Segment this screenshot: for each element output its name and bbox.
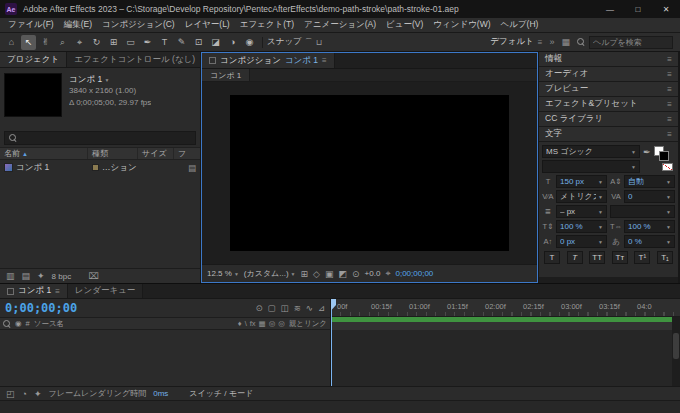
panel-preview[interactable]: プレビュー≡ xyxy=(539,82,678,97)
grid-options-icon[interactable]: ⊞ xyxy=(301,269,309,279)
faux-bold-button[interactable]: T xyxy=(544,251,560,264)
snap-options-icon[interactable]: ⊔ xyxy=(316,38,322,47)
baseline-shift-control[interactable]: A↑ 0 px▼ xyxy=(542,235,607,248)
current-time-indicator[interactable] xyxy=(331,299,332,386)
workspace-menu-icon[interactable]: ≡ xyxy=(538,38,543,47)
panel-effects-presets[interactable]: エフェクト&プリセット≡ xyxy=(539,97,678,112)
resolution-select[interactable]: (カスタム...) ▼ xyxy=(244,268,296,279)
project-search[interactable] xyxy=(4,131,196,145)
panel-menu-icon[interactable]: ≡ xyxy=(322,56,327,65)
search-icon[interactable] xyxy=(3,320,11,328)
menu-edit[interactable]: 編集(E) xyxy=(59,19,97,31)
panel-character[interactable]: 文字≡ xyxy=(539,127,678,142)
maximize-button[interactable]: □ xyxy=(624,0,652,18)
track-area[interactable] xyxy=(331,330,672,386)
vertical-scale-control[interactable]: T⇕ 100 %▼ xyxy=(542,220,607,233)
graph-editor-icon[interactable]: ⊿ xyxy=(318,303,325,313)
column-parent-link[interactable]: 親とリンク xyxy=(289,319,327,329)
tab-project[interactable]: プロジェクト xyxy=(0,52,67,67)
layer-list-empty[interactable] xyxy=(0,330,330,387)
viewer-timecode[interactable]: 0;00;00;00 xyxy=(395,269,433,278)
no-color-swatch[interactable] xyxy=(662,163,673,171)
panel-menu-icon[interactable]: ≡ xyxy=(667,85,672,94)
font-style-select[interactable]: ▼ xyxy=(542,160,640,173)
tsume-control[interactable]: あ 0 %▼ xyxy=(610,235,675,248)
menu-help[interactable]: ヘルプ(H) xyxy=(496,19,544,31)
kerning-control[interactable]: V⁄A メトリクス▼ xyxy=(542,190,607,203)
column-size[interactable]: サイズ xyxy=(138,148,174,159)
tracking-value[interactable]: 0 xyxy=(628,192,664,201)
comp-marker-icon[interactable]: ◰ xyxy=(6,389,15,399)
project-item-row[interactable]: コンポ 1 …ション ▤ xyxy=(0,160,200,175)
snapshot-icon[interactable]: ⌖ xyxy=(385,268,390,279)
superscript-button[interactable]: T¹ xyxy=(634,251,650,264)
tsume-value[interactable]: 0 % xyxy=(628,237,664,246)
menu-layer[interactable]: レイヤー(L) xyxy=(180,19,235,31)
faux-italic-button[interactable]: T xyxy=(567,251,583,264)
kerning-value[interactable]: メトリクス xyxy=(560,191,596,202)
small-caps-button[interactable]: Tт xyxy=(612,251,628,264)
subscript-button[interactable]: T₁ xyxy=(657,251,673,264)
workspace-selector[interactable]: デフォルト ≡ xyxy=(490,36,542,48)
panel-info[interactable]: 情報≡ xyxy=(539,52,678,67)
transparency-grid-icon[interactable]: ◩ xyxy=(339,269,348,279)
tab-effect-controls[interactable]: エフェクトコントロール (なし) xyxy=(67,52,200,67)
timeline-scrollbar[interactable] xyxy=(672,317,680,386)
zoom-tool-icon[interactable]: ⌕ xyxy=(55,35,70,50)
snap-toggle[interactable]: スナップ ⌒ ⊔ xyxy=(267,36,322,48)
current-timecode[interactable]: 0;00;00;00 xyxy=(5,301,77,315)
tab-composition[interactable]: コンポジション コンポ 1 ≡ xyxy=(202,53,335,68)
menu-view[interactable]: ビュー(V) xyxy=(381,19,428,31)
work-area-band[interactable] xyxy=(331,317,680,330)
frame-blend-icon[interactable]: ≋ xyxy=(294,303,301,313)
hand-tool-icon[interactable]: ✌ xyxy=(38,35,53,50)
switches-modes-toggle[interactable]: スイッチ / モード xyxy=(189,388,253,399)
horizontal-scale-value[interactable]: 100 % xyxy=(628,222,664,231)
viewer-tab-comp1[interactable]: コンポ 1 xyxy=(202,69,250,81)
new-folder-icon[interactable]: ▤ xyxy=(22,271,31,281)
close-button[interactable]: ✕ xyxy=(652,0,680,18)
panel-menu-icon[interactable]: ≡ xyxy=(667,55,672,64)
font-size-value[interactable]: 150 px xyxy=(560,177,596,186)
stroke-width-value[interactable]: – px xyxy=(560,207,596,216)
exposure-value[interactable]: +0.0 xyxy=(365,269,381,278)
chevron-down-icon[interactable]: ▼ xyxy=(105,77,110,83)
panel-menu-icon[interactable]: ≡ xyxy=(667,70,672,79)
composition-viewport[interactable] xyxy=(202,82,537,264)
font-family-select[interactable]: MS ゴシック ▼ xyxy=(542,145,640,158)
panel-menu-icon[interactable]: ≡ xyxy=(667,130,672,139)
composition-canvas[interactable] xyxy=(230,95,509,251)
workspace-overflow-icon[interactable]: » xyxy=(549,37,554,47)
minimize-button[interactable]: — xyxy=(596,0,624,18)
grid-icon[interactable]: ▦ xyxy=(561,37,570,47)
new-composition-icon[interactable]: ✦ xyxy=(37,271,45,281)
leading-value[interactable]: 自動 xyxy=(628,176,664,187)
tab-render-queue[interactable]: レンダーキュー xyxy=(68,284,144,298)
draft-icon[interactable]: ✦ xyxy=(34,389,42,399)
font-size-control[interactable]: T 150 px▼ xyxy=(542,175,607,188)
panel-menu-icon[interactable]: ≡ xyxy=(667,100,672,109)
menu-file[interactable]: ファイル(F) xyxy=(3,19,59,31)
orbit-camera-tool-icon[interactable]: ⌖ xyxy=(72,35,87,50)
puppet-pin-tool-icon[interactable]: ◉ xyxy=(242,35,257,50)
brush-tool-icon[interactable]: ✎ xyxy=(174,35,189,50)
leading-control[interactable]: A⇕ 自動▼ xyxy=(610,175,675,188)
type-tool-icon[interactable]: T xyxy=(157,35,172,50)
panel-menu-icon[interactable]: ≡ xyxy=(55,287,60,296)
all-caps-button[interactable]: TT xyxy=(589,251,605,264)
selection-tool-icon[interactable]: ↖ xyxy=(21,35,36,50)
menu-window[interactable]: ウィンドウ(W) xyxy=(428,19,495,31)
eraser-tool-icon[interactable]: ◪ xyxy=(208,35,223,50)
eyedropper-icon[interactable]: ✒ xyxy=(643,147,651,157)
time-ruler[interactable]: 00f 00:15f 01:00f 01:15f 02:00f 02:15f 0… xyxy=(331,299,680,317)
horizontal-scale-control[interactable]: T⇔ 100 %▼ xyxy=(610,220,675,233)
column-source-name[interactable]: ソース名 xyxy=(34,319,64,329)
column-name[interactable]: 名前▲ xyxy=(0,148,88,159)
menu-effect[interactable]: エフェクト(T) xyxy=(235,19,299,31)
pan-behind-tool-icon[interactable]: ⊞ xyxy=(106,35,121,50)
exposure-icon[interactable]: ⊙ xyxy=(352,269,360,279)
comp-mini-flowchart-icon[interactable]: ⊙ xyxy=(255,303,262,313)
column-extra[interactable]: フ xyxy=(174,148,200,159)
mask-visibility-icon[interactable]: ◇ xyxy=(313,269,320,279)
rotation-tool-icon[interactable]: ↻ xyxy=(89,35,104,50)
